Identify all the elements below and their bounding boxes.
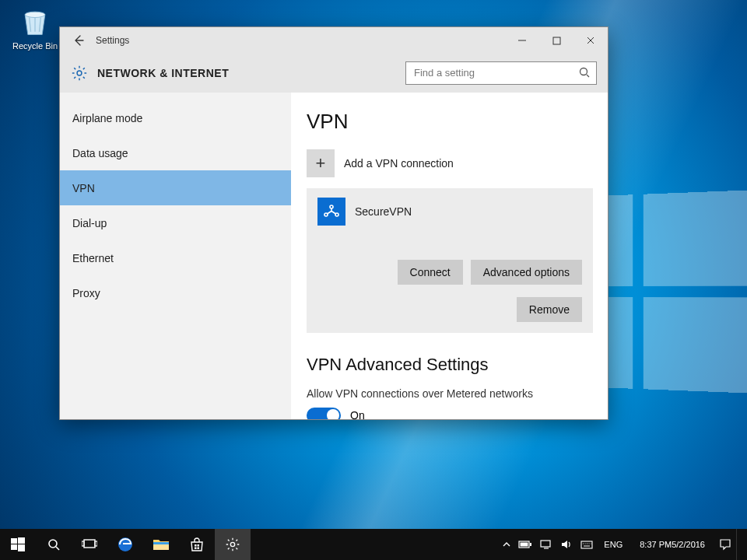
search-container	[405, 61, 597, 85]
search-input[interactable]	[405, 61, 597, 85]
svg-rect-26	[541, 541, 550, 547]
show-desktop-button[interactable]	[736, 529, 747, 560]
gear-icon	[225, 537, 240, 552]
minimize-button[interactable]	[505, 27, 539, 54]
keyboard-icon	[580, 539, 593, 550]
tray-volume[interactable]	[560, 529, 573, 560]
tray-network[interactable]	[540, 529, 552, 560]
svg-rect-27	[581, 541, 592, 548]
search-icon	[47, 537, 61, 551]
settings-header: NETWORK & INTERNET	[60, 54, 608, 93]
tray-date: 5/2/2016	[672, 540, 705, 550]
connect-button[interactable]: Connect	[398, 260, 463, 285]
taskbar-search-button[interactable]	[36, 529, 72, 560]
sidebar: Airplane mode Data usage VPN Dial-up Eth…	[60, 93, 291, 419]
vpn-connection-name: SecureVPN	[355, 205, 412, 218]
recycle-bin-label: Recycle Bin	[8, 41, 62, 51]
tray-action-center[interactable]	[719, 529, 731, 560]
window-title: Settings	[96, 35, 129, 46]
taskbar-store[interactable]	[179, 529, 215, 560]
svg-rect-25	[521, 543, 528, 547]
page-title: VPN	[307, 110, 592, 134]
store-icon	[189, 537, 205, 552]
recycle-bin-icon	[18, 5, 52, 39]
sidebar-item-dial-up[interactable]: Dial-up	[60, 205, 291, 240]
advanced-options-button[interactable]: Advanced options	[471, 260, 582, 285]
system-tray: ENG 8:37 PM 5/2/2016	[498, 529, 736, 560]
taskbar-settings[interactable]	[215, 529, 251, 560]
header-title: NETWORK & INTERNET	[97, 67, 229, 79]
vpn-connection-card[interactable]: SecureVPN Connect Advanced options Remov…	[307, 188, 593, 333]
gear-icon	[71, 65, 88, 82]
svg-rect-12	[84, 540, 95, 548]
taskbar-edge[interactable]	[107, 529, 143, 560]
metered-description: Allow VPN connections over Metered netwo…	[307, 387, 592, 400]
svg-rect-8	[18, 537, 25, 544]
sidebar-item-ethernet[interactable]: Ethernet	[60, 240, 291, 275]
sidebar-item-airplane-mode[interactable]: Airplane mode	[60, 100, 291, 135]
window-controls	[505, 27, 608, 54]
svg-point-22	[230, 542, 234, 546]
svg-rect-18	[195, 544, 197, 547]
chevron-up-icon	[503, 541, 510, 548]
svg-rect-21	[198, 548, 200, 550]
maximize-button[interactable]	[539, 27, 573, 54]
task-view-button[interactable]	[72, 529, 107, 560]
vpn-network-icon	[317, 198, 345, 226]
metered-toggle[interactable]	[307, 408, 341, 419]
add-vpn-connection[interactable]: + Add a VPN connection	[307, 149, 592, 177]
sidebar-item-data-usage[interactable]: Data usage	[60, 135, 291, 170]
minimize-icon	[517, 36, 527, 45]
sidebar-item-vpn[interactable]: VPN	[60, 170, 291, 205]
svg-point-11	[49, 540, 57, 548]
svg-point-3	[580, 68, 587, 75]
tray-time: 8:37 PM	[640, 540, 672, 550]
notification-icon	[719, 538, 731, 551]
close-button[interactable]	[573, 27, 608, 54]
tray-input-indicator[interactable]	[580, 529, 593, 560]
arrow-left-icon	[72, 34, 85, 47]
titlebar[interactable]: Settings	[60, 27, 608, 54]
svg-rect-1	[553, 37, 560, 44]
tray-language[interactable]: ENG	[601, 529, 626, 560]
settings-window: Settings NETWORK & INTERNET	[59, 26, 608, 420]
svg-point-2	[77, 71, 82, 75]
svg-rect-9	[11, 544, 17, 550]
maximize-icon	[552, 37, 561, 45]
taskbar-file-explorer[interactable]	[143, 529, 179, 560]
tray-clock[interactable]: 8:37 PM 5/2/2016	[633, 529, 711, 560]
search-icon	[578, 66, 591, 79]
settings-body: Airplane mode Data usage VPN Dial-up Eth…	[60, 93, 608, 419]
add-vpn-label: Add a VPN connection	[344, 157, 454, 170]
tray-battery[interactable]	[518, 529, 532, 560]
plus-icon: +	[307, 149, 335, 177]
advanced-settings-title: VPN Advanced Settings	[307, 355, 592, 375]
close-icon	[586, 36, 595, 45]
svg-rect-19	[198, 544, 200, 547]
taskbar: ENG 8:37 PM 5/2/2016	[0, 529, 747, 560]
back-button[interactable]	[66, 28, 91, 53]
metered-toggle-row: On	[307, 408, 592, 419]
svg-point-0	[25, 12, 45, 17]
edge-icon	[117, 536, 134, 553]
recycle-bin[interactable]: Recycle Bin	[8, 5, 62, 51]
sidebar-item-proxy[interactable]: Proxy	[60, 275, 291, 310]
folder-icon	[153, 537, 170, 551]
windows-start-icon	[11, 537, 25, 551]
svg-rect-14	[95, 541, 97, 546]
start-button[interactable]	[0, 529, 36, 560]
volume-icon	[560, 539, 573, 550]
svg-rect-7	[11, 538, 17, 544]
metered-toggle-state: On	[350, 409, 365, 419]
network-icon	[540, 539, 552, 550]
desktop: Recycle Bin Settings	[0, 0, 747, 560]
svg-rect-13	[82, 541, 84, 546]
svg-rect-17	[153, 542, 169, 544]
svg-rect-24	[530, 543, 531, 546]
content-pane: VPN + Add a VPN connection	[291, 93, 608, 419]
remove-button[interactable]: Remove	[517, 297, 582, 322]
svg-rect-20	[195, 548, 197, 550]
task-view-icon	[82, 538, 97, 551]
svg-rect-10	[18, 544, 25, 551]
tray-overflow[interactable]	[503, 529, 510, 560]
